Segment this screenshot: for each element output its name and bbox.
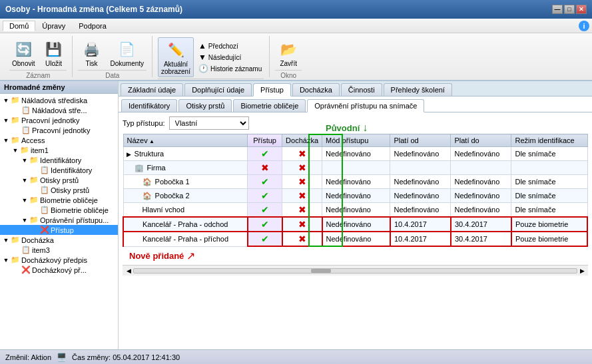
sidebar: Hromadné změny ▼ 📁 Nákladová střediska 📋… [0,81,119,349]
pc-icon: 🖥️ [57,353,67,362]
tab-prehled[interactable]: Přehledy školení [384,83,452,96]
menu-bar: Domů Úpravy Podpora i [0,19,592,33]
tab-doplnujici[interactable]: Doplňující údaje [184,83,252,96]
th-plati-od[interactable]: Platí od [390,134,451,147]
minimize-button[interactable]: — [552,5,563,14]
folder-icon: 📁 [11,256,20,264]
tree-label: Přístup [51,226,74,234]
close-button[interactable]: ✕ [576,5,587,14]
maximize-button[interactable]: □ [564,5,575,14]
cell-nazev: Kancelář - Praha - příchod [123,232,248,246]
th-mod[interactable]: Mód přístupu [322,134,390,147]
ulozit-button[interactable]: 💾 Uložit [40,37,67,69]
tree-identifikatory[interactable]: ▼ 📁 Identifikátory [0,155,118,165]
dokumenty-label: Dokumenty [110,60,144,67]
tisk-label: Tisk [85,60,97,67]
panel-content: Identifikátory Otisky prstů Biometrie ob… [119,96,592,349]
check-red-icon: ✖ [298,190,306,201]
tree-access[interactable]: ▼ 📁 Access [0,135,118,145]
tree-biometrie[interactable]: ▼ 📁 Biometrie obličeje [0,195,118,205]
cell-pristup: ✔ [248,189,282,203]
predchozi-label: Předchozí [208,43,238,50]
tree-dochazka-predpis[interactable]: ▼ 📁 Docházkový předpis [0,255,118,265]
obnovit-icon: 🔄 [13,39,34,60]
sub-tabs: Identifikátory Otisky prstů Biometrie ob… [119,96,592,112]
row-expand[interactable]: ▶ [127,151,131,158]
cell-do: Nedefinováno [451,175,511,189]
check-green-icon: ✔ [261,148,269,159]
check-green-icon: ✔ [261,190,269,201]
menu-item-upravy[interactable]: Úpravy [35,21,72,31]
zmenil-label: Změnil: Aktion [5,353,51,361]
predchozi-icon: ▲ [198,41,206,51]
predchozi-button[interactable]: ▲ Předchozí [196,41,264,51]
menu-item-domu[interactable]: Domů [3,21,35,31]
typ-pristupu-select[interactable]: Vlastní Výchozí Zakázaný [169,116,249,130]
tree-pracovni[interactable]: ▼ 📁 Pracovní jednotky [0,115,118,125]
th-pristup[interactable]: Přístup [248,134,282,147]
tree-label: Identifikátory [40,156,81,164]
ulozit-label: Uložit [45,60,62,67]
menu-item-podpora[interactable]: Podpora [72,21,113,31]
tree-dochazka[interactable]: ▼ 📁 Docházka [0,235,118,245]
cell-mod [322,161,390,175]
cell-pristup: ✔ [248,217,282,232]
tree-otisky[interactable]: ▼ 📁 Otisky prstů [0,175,118,185]
th-rezim[interactable]: Režim identifikace [511,134,587,147]
cell-od [390,161,451,175]
expand-icon: ▼ [20,197,29,204]
dokumenty-button[interactable]: 📄 Dokumenty [107,37,147,69]
tab-cinnosti[interactable]: Činnosti [341,83,382,96]
check-red-icon: ✖ [298,162,306,173]
sub-tab-biometrie[interactable]: Biometrie obličeje [233,99,306,112]
nasledujici-button[interactable]: ▼ Následující [196,52,264,63]
title-controls: — □ ✕ [552,5,587,14]
zavrit-button[interactable]: 📂 Zavřít [275,37,302,69]
check-green-icon: ✔ [261,204,269,215]
cell-nazev: Hlavní vchod [123,203,248,218]
scroll-left-btn[interactable]: ◀ [124,268,133,274]
th-nazev[interactable]: Název [123,134,248,147]
table-row: ▶ Struktura ✔ ✖ Nedefinováno [123,147,587,161]
th-dochazka[interactable]: Docházka [282,134,322,147]
check-green-icon: ✔ [261,176,269,187]
table-annotation-container: Původní ↓ Název Přístup Docházka Mód pří… [123,134,588,262]
historie-icon: 🕐 [198,64,208,73]
horizontal-scrollbar[interactable]: ◀ ▶ [123,265,588,275]
ribbon-group-zaznam: 🔄 Obnovit 💾 Uložit Záznam [4,36,73,77]
aktualni-button[interactable]: ✏️ Aktuálnízobrazení [158,37,194,77]
tab-zakladni[interactable]: Základní údaje [121,83,183,96]
obnovit-button[interactable]: 🔄 Obnovit [9,37,37,69]
scroll-right-btn[interactable]: ▶ [577,268,587,274]
tab-pristup[interactable]: Přístup [253,83,291,96]
historie-button[interactable]: 🕐 Historie záznamu [196,63,264,74]
tree-pristup-selected[interactable]: ❌ Přístup [0,225,118,235]
ulozit-icon: 💾 [43,39,64,60]
sub-tab-identifikatory[interactable]: Identifikátory [121,99,177,112]
tree-dochazky-pri[interactable]: ❌ Docházkový př... [0,265,118,275]
cell-rezim: Pouze biometrie [511,232,587,246]
tree-pracovni-j[interactable]: 📋 Pracovní jednotky [0,125,118,135]
tree-label: Otisky prstů [51,186,89,194]
tree-biometrie-sub[interactable]: 📋 Biometrie obličeje [0,205,118,215]
zaznam-buttons: 🔄 Obnovit 💾 Uložit [9,37,67,69]
expand-icon: ▼ [1,117,11,124]
tree-item3[interactable]: 📋 item3 [0,245,118,255]
sub-tab-otisky[interactable]: Otisky prstů [178,99,232,112]
tree-otisky-sub[interactable]: 📋 Otisky prstů [0,185,118,195]
check-green-icon: ✔ [261,219,269,230]
row-icon: 🏠 [143,192,152,200]
tree-item1[interactable]: ▼ 📁 item1 [0,145,118,155]
main-content: Hromadné změny ▼ 📁 Nákladová střediska 📋… [0,81,592,349]
sub-tab-opravneni[interactable]: Oprávnění přístupu na snímače [307,99,424,112]
tree-nakladova-stre[interactable]: 📋 Nákladová stře... [0,105,118,115]
tree-nakladova[interactable]: ▼ 📁 Nákladová střediska [0,95,118,105]
nove-pridane-arrow: ↗ [186,250,195,262]
scroll-thumb[interactable] [311,269,331,273]
tisk-button[interactable]: 🖨️ Tisk [78,37,105,69]
th-plati-do[interactable]: Platí do [451,134,511,147]
tree-opravneni[interactable]: ▼ 📁 Oprávnění přístupu... [0,215,118,225]
tree-identifikatory-sub[interactable]: 📋 Identifikátory [0,165,118,175]
tab-dochazka[interactable]: Docházka [292,83,340,96]
expand-icon: ▼ [20,217,29,224]
